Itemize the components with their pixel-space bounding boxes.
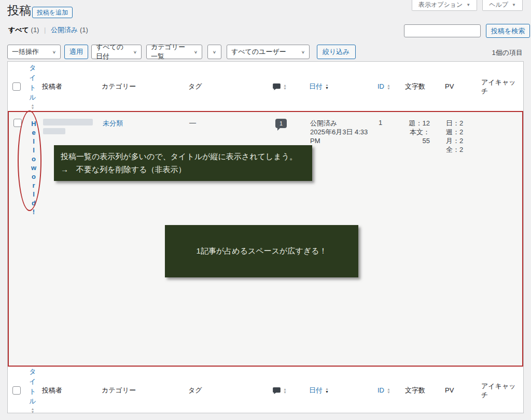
search-posts-button[interactable]: 投稿を検索 — [486, 24, 530, 38]
row-checkbox-cell — [9, 112, 26, 127]
view-all-link[interactable]: すべて — [8, 26, 29, 34]
table-footer-row: タ イ ト ル ▲▼ 投稿者 カテゴリー タグ ▲▼ 日付 ▲▼ — [8, 367, 523, 413]
chevron-down-icon: ∨ — [52, 50, 56, 54]
annotation-note-columns: 投稿一覧の表示列が多いので、タイトルが縦に表示されてしまう。 → 不要な列を削除… — [54, 145, 312, 181]
row-select-checkbox[interactable] — [13, 119, 22, 127]
post-date: 2025年6月3日 4:33 PM — [310, 128, 376, 145]
footer-checkbox-cell — [8, 386, 25, 395]
caret-down-icon: ▼ — [466, 3, 470, 7]
screen-options-label: 表示オプション — [418, 1, 463, 9]
page-title: 投稿 — [7, 3, 31, 18]
comment-count-bubble[interactable]: 1 — [275, 119, 287, 128]
sort-arrows-icon: ▲▼ — [325, 83, 329, 90]
view-all-count: (1) — [31, 26, 39, 34]
comment-icon — [273, 83, 281, 90]
row-pv-cell: 日：2 週：2 月：2 全：2 — [444, 112, 480, 154]
header-checkbox-cell — [8, 82, 25, 91]
pv-total: 全：2 — [446, 145, 480, 154]
category-link[interactable]: 未分類 — [103, 119, 123, 127]
sort-arrows-icon: ▲▼ — [283, 388, 287, 394]
annotation-line: → 不要な列を削除する（非表示） — [61, 163, 305, 176]
header-column-author: 投稿者 — [40, 82, 100, 91]
category-filter-value: カテゴリー一覧 — [151, 43, 191, 61]
annotation-line: 投稿一覧の表示列が多いので、タイトルが縦に表示されてしまう。 — [61, 150, 305, 163]
char-count-title: 題：12 — [406, 119, 430, 128]
dates-filter-value: すべての日付 — [96, 43, 130, 61]
bulk-actions-value: 一括操作 — [12, 47, 39, 57]
post-title-link[interactable]: H e l l o w o r l d ! — [26, 112, 41, 216]
footer-column-eyecatch: アイキャッチ — [479, 382, 523, 399]
header-column-eyecatch: アイキャッチ — [479, 78, 523, 95]
select-all-checkbox[interactable] — [12, 82, 21, 91]
header-column-tags: タグ — [186, 82, 271, 91]
footer-column-author: 投稿者 — [40, 386, 100, 395]
category-filter-select[interactable]: カテゴリー一覧 ∨ — [146, 45, 202, 59]
annotation-note-space: 1記事が占めるスペースが広すぎる！ — [165, 225, 358, 277]
footer-column-tags: タグ — [186, 386, 271, 395]
users-filter-select[interactable]: すべてのユーザー ∨ — [227, 45, 310, 59]
chevron-down-icon: ∨ — [194, 50, 198, 54]
header-column-comments[interactable]: ▲▼ — [271, 82, 307, 90]
row-date-cell: 公開済み 2025年6月3日 4:33 PM — [308, 112, 376, 145]
footer-column-date[interactable]: 日付 ▲▼ — [307, 386, 375, 395]
screen-meta-tabs: 表示オプション ▼ ヘルプ ▼ — [412, 0, 523, 11]
row-category-cell: 未分類 — [101, 112, 187, 128]
help-button[interactable]: ヘルプ ▼ — [482, 0, 523, 11]
sort-arrows-icon: ▲▼ — [283, 84, 287, 90]
redacted-author-name — [43, 128, 65, 134]
view-published-count: (1) — [80, 26, 88, 34]
dates-filter-select[interactable]: すべての日付 ∨ — [91, 45, 142, 59]
search-input[interactable] — [404, 24, 481, 37]
header-column-charcount: 文字数 — [403, 82, 443, 91]
row-author-cell — [41, 112, 101, 134]
footer-column-title[interactable]: タ イ ト ル ▲▼ — [25, 367, 40, 414]
posts-table: タ イ ト ル ▲▼ 投稿者 カテゴリー タグ ▲▼ 日付 ▲▼ — [7, 61, 524, 413]
footer-column-id[interactable]: ID ▲▼ — [375, 386, 403, 394]
chevron-down-icon: ∨ — [213, 50, 216, 54]
posts-admin-page: 表示オプション ▼ ヘルプ ▼ 投稿 投稿を追加 すべて (1) | 公開済み … — [0, 0, 531, 420]
users-filter-value: すべてのユーザー — [231, 47, 286, 57]
item-count: 1個の項目 — [492, 48, 523, 58]
footer-column-pv: PV — [443, 386, 479, 394]
table-header-row: タ イ ト ル ▲▼ 投稿者 カテゴリー タグ ▲▼ 日付 ▲▼ — [8, 62, 523, 111]
apply-button[interactable]: 適用 — [64, 45, 88, 59]
footer-column-charcount: 文字数 — [403, 386, 443, 395]
help-label: ヘルプ — [489, 1, 508, 9]
pv-month: 月：2 — [446, 136, 480, 145]
header-column-title[interactable]: タ イ ト ル ▲▼ — [25, 63, 40, 110]
add-post-button[interactable]: 投稿を追加 — [32, 7, 73, 18]
header-column-id[interactable]: ID ▲▼ — [375, 82, 403, 90]
pv-day: 日：2 — [446, 119, 480, 128]
screen-options-button[interactable]: 表示オプション ▼ — [412, 0, 477, 11]
caret-down-icon: ▼ — [512, 3, 516, 7]
header-column-category: カテゴリー — [100, 82, 186, 91]
sort-arrows-icon: ▲▼ — [31, 104, 35, 110]
char-count-body: 本文：55 — [406, 128, 430, 145]
footer-column-comments[interactable]: ▲▼ — [271, 386, 307, 394]
row-id-cell: 1 — [376, 112, 404, 127]
sort-arrows-icon: ▲▼ — [325, 387, 329, 394]
footer-column-category: カテゴリー — [100, 386, 186, 395]
sort-arrows-icon: ▲▼ — [387, 388, 390, 394]
comment-icon — [273, 387, 281, 394]
redacted-author-name — [43, 119, 93, 125]
row-comments-cell: 1 — [272, 112, 308, 128]
extra-filter-select[interactable]: ∨ — [207, 45, 221, 59]
view-filter-links: すべて (1) | 公開済み (1) — [8, 25, 88, 35]
sort-arrows-icon: ▲▼ — [387, 84, 390, 90]
view-separator: | — [44, 26, 46, 34]
bulk-actions-select[interactable]: 一括操作 ∨ — [7, 45, 61, 59]
chevron-down-icon: ∨ — [133, 50, 137, 54]
filter-button[interactable]: 絞り込み — [317, 45, 356, 59]
chevron-down-icon: ∨ — [301, 50, 305, 54]
row-tags-cell: — — [187, 112, 272, 127]
pv-week: 週：2 — [446, 128, 480, 136]
sort-arrows-icon: ▲▼ — [31, 408, 35, 414]
post-status: 公開済み — [310, 119, 376, 128]
view-published-link[interactable]: 公開済み — [51, 26, 78, 34]
post-row-area: H e l l o w o r l d ! 未分類 — [8, 111, 523, 367]
header-column-date[interactable]: 日付 ▲▼ — [307, 82, 375, 91]
row-charcount-cell: 題：12 本文：55 — [404, 112, 444, 145]
header-column-pv: PV — [443, 82, 479, 90]
select-all-checkbox[interactable] — [12, 386, 21, 395]
